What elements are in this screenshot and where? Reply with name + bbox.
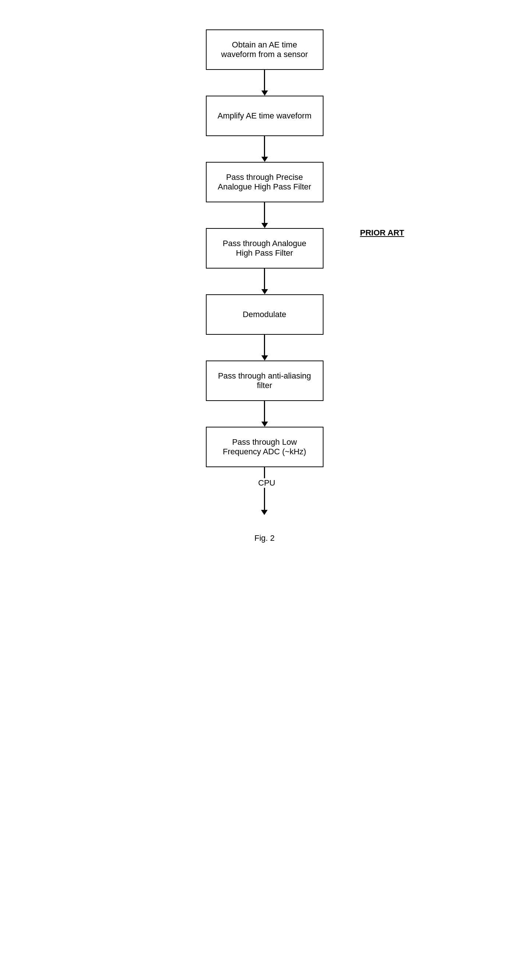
flowchart: Obtain an AE time waveform from a sensor… — [118, 15, 412, 515]
page-container: PRIOR ART Obtain an AE time waveform fro… — [118, 15, 412, 543]
prior-art-label: PRIOR ART — [360, 228, 404, 238]
arrow2-line — [264, 136, 265, 157]
step7-box: Pass through Low Frequency ADC (~kHz) — [206, 427, 324, 467]
step2-box: Amplify AE time waveform — [206, 95, 324, 136]
arrow2 — [261, 136, 268, 162]
step4-box: Pass through Analogue High Pass Filter — [206, 228, 324, 269]
arrow5-line — [264, 335, 265, 355]
arrow5 — [261, 335, 268, 361]
cpu-arrow-head — [261, 510, 268, 515]
arrow3-line — [264, 202, 265, 223]
step4-label: Pass through Analogue High Pass Filter — [214, 239, 315, 258]
arrow4-line — [264, 269, 265, 289]
cpu-label: CPU — [255, 478, 275, 488]
step2-label: Amplify AE time waveform — [218, 111, 312, 121]
cpu-line-top — [264, 467, 265, 478]
fig-label: Fig. 2 — [254, 533, 275, 543]
arrow3-head — [261, 223, 268, 228]
arrow6 — [261, 401, 268, 427]
step7-label: Pass through Low Frequency ADC (~kHz) — [214, 438, 315, 457]
step1-label: Obtain an AE time waveform from a sensor — [214, 40, 315, 59]
step6-box: Pass through anti-aliasing filter — [206, 361, 324, 401]
step3-box: Pass through Precise Analogue High Pass … — [206, 162, 324, 202]
arrow4-head — [261, 289, 268, 294]
step5-label: Demodulate — [243, 310, 286, 319]
arrow4 — [261, 269, 268, 294]
step6-label: Pass through anti-aliasing filter — [214, 371, 315, 390]
arrow1-line — [264, 70, 265, 91]
cpu-arrow-wrapper: CPU — [118, 467, 412, 515]
arrow1 — [261, 70, 268, 95]
arrow5-head — [261, 355, 268, 361]
arrow3 — [261, 202, 268, 228]
arrow1-head — [261, 91, 268, 95]
arrow6-head — [261, 422, 268, 427]
cpu-line-bottom — [264, 488, 265, 510]
step3-label: Pass through Precise Analogue High Pass … — [214, 173, 315, 192]
step5-box: Demodulate — [206, 294, 324, 335]
step1-box: Obtain an AE time waveform from a sensor — [206, 29, 324, 70]
arrow2-head — [261, 157, 268, 162]
arrow6-line — [264, 401, 265, 422]
